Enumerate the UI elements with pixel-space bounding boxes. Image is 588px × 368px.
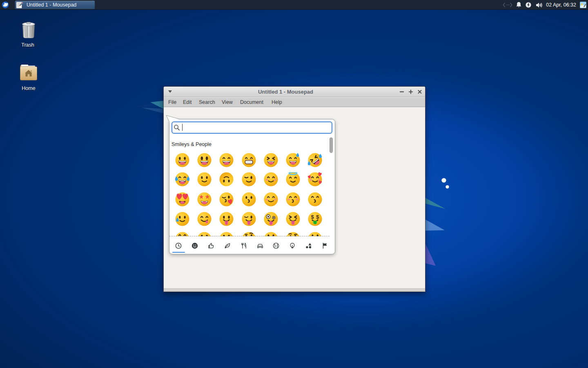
svg-text:$: $ [311, 214, 314, 220]
svg-text:$: $ [314, 220, 316, 224]
svg-text:$: $ [316, 214, 319, 220]
